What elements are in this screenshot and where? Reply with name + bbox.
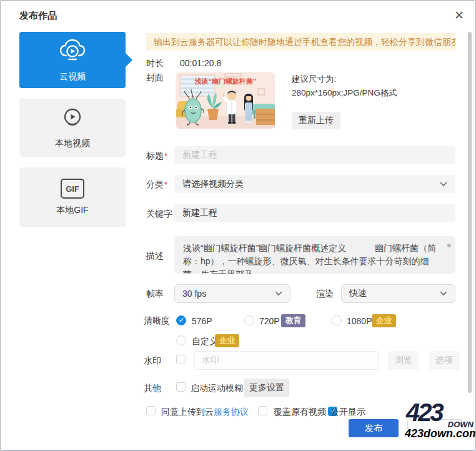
cover-title-text: 浅谈“幽门螺旋杆菌”	[194, 77, 257, 85]
framerate-value: 30 fps	[182, 289, 206, 299]
required-mark: *	[164, 151, 167, 161]
cover-illustration: 浅谈“幽门螺旋杆菌”	[176, 72, 275, 129]
public-label: 公开显示	[330, 407, 365, 418]
duration-value: 00:01:20.8	[180, 58, 221, 68]
cover-thumbnail[interactable]: 浅谈“幽门螺旋杆菌”	[176, 72, 275, 129]
sidebar-item-label: 本地视频	[55, 138, 90, 149]
description-value: 浅谈“幽门螺旋杆菌”幽门螺旋杆菌概述定义 幽门螺杆菌（简称：hp），一种螺旋形、…	[183, 243, 436, 274]
radio-1080p[interactable]	[332, 315, 342, 325]
clarity-label: 清晰度	[144, 315, 170, 327]
overwrite-checkbox[interactable]	[258, 406, 267, 415]
radio-720p[interactable]	[244, 315, 254, 325]
play-circle-icon	[61, 106, 84, 132]
selected-arrow	[126, 53, 132, 67]
agree-checkbox[interactable]	[146, 406, 156, 415]
cloud-play-icon	[59, 38, 86, 65]
chevron-down-icon	[275, 291, 282, 296]
render-label: 渲染	[316, 289, 334, 300]
keywords-input[interactable]: 新建工程	[174, 204, 455, 222]
browse-button[interactable]: 浏览	[388, 351, 419, 370]
radio-1080p-label: 1080P	[347, 316, 372, 326]
agree-label: 同意上传到云	[161, 407, 214, 418]
radio-custom-label: 自定义	[192, 336, 218, 347]
title-placeholder: 新建工程	[182, 149, 217, 161]
sidebar-item-local-gif[interactable]: GIF 本地GIF	[19, 167, 126, 227]
publish-dialog: 发布作品 ✕ 云视频 本地视频 GIF 本地GIF 输出到云服务器可以让	[0, 0, 476, 451]
chevron-down-icon	[440, 182, 447, 187]
more-settings-button[interactable]: 更多设置	[244, 379, 289, 397]
sidebar-item-label: 云视频	[59, 71, 86, 82]
gif-icon: GIF	[61, 179, 84, 199]
keywords-value: 新建工程	[182, 207, 217, 219]
cover-hint-line2: 280px*160px;JPG/PNG格式	[292, 87, 397, 99]
cover-hint-line1: 建议尺寸为:	[292, 74, 336, 85]
radio-576p[interactable]	[176, 315, 186, 325]
watermark-input[interactable]: 水印	[194, 351, 379, 370]
render-select[interactable]: 快速	[341, 284, 455, 303]
description-label: 描述	[146, 250, 164, 262]
radio-576p-label: 576P	[192, 316, 212, 326]
secondary-button[interactable]	[407, 419, 463, 437]
textarea-scrollbar-thumb[interactable]	[447, 244, 451, 247]
cover-label: 封面	[146, 72, 164, 84]
close-icon[interactable]: ✕	[454, 9, 464, 21]
required-mark: *	[164, 180, 167, 189]
radio-custom[interactable]	[176, 335, 186, 345]
sidebar-item-label: 本地GIF	[56, 205, 88, 216]
watermark-placeholder: 水印	[202, 355, 219, 366]
watermark-label: 水印	[144, 355, 161, 367]
overwrite-label: 覆盖原有视频	[274, 407, 326, 418]
reupload-button[interactable]: 重新上传	[292, 112, 340, 129]
cloud-upload-banner: 输出到云服务器可以让你随时随地通过手机查看您的视频，轻松分享到微信朋友圈	[146, 33, 455, 51]
other-label: 其他	[144, 383, 161, 394]
sidebar-item-cloud-video[interactable]: 云视频	[19, 32, 126, 88]
dialog-scrollbar[interactable]	[468, 32, 472, 393]
sidebar-item-local-video[interactable]: 本地视频	[19, 99, 126, 157]
title-label: 标题*	[146, 151, 167, 162]
duration-label: 时长	[146, 58, 164, 69]
framerate-select[interactable]: 30 fps	[174, 284, 290, 303]
service-agreement-link[interactable]: 服务协议	[214, 407, 249, 418]
category-label: 分类*	[146, 179, 167, 191]
publish-button[interactable]: 发布	[349, 419, 399, 437]
keywords-label: 关键字	[146, 209, 172, 220]
radio-720p-label: 720P	[259, 316, 280, 326]
render-value: 快速	[349, 288, 367, 299]
education-badge: 教育	[281, 314, 305, 327]
description-textarea[interactable]: 浅谈“幽门螺旋杆菌”幽门螺旋杆菌概述定义 幽门螺杆菌（简称：hp），一种螺旋形、…	[174, 236, 455, 274]
category-value: 请选择视频分类	[182, 179, 440, 190]
motion-blur-checkbox[interactable]	[176, 382, 186, 392]
title-input[interactable]: 新建工程	[174, 146, 455, 164]
framerate-label: 帧率	[146, 289, 164, 300]
dialog-title: 发布作品	[19, 10, 57, 22]
motion-blur-label: 启动运动模糊	[191, 383, 243, 394]
enterprise-badge: 企业	[372, 314, 396, 327]
category-select[interactable]: 请选择视频分类	[174, 175, 455, 193]
options-button[interactable]: 选项	[429, 351, 460, 370]
enterprise-badge: 企业	[215, 334, 239, 347]
watermark-checkbox[interactable]	[176, 355, 186, 364]
chevron-down-icon	[440, 291, 447, 296]
